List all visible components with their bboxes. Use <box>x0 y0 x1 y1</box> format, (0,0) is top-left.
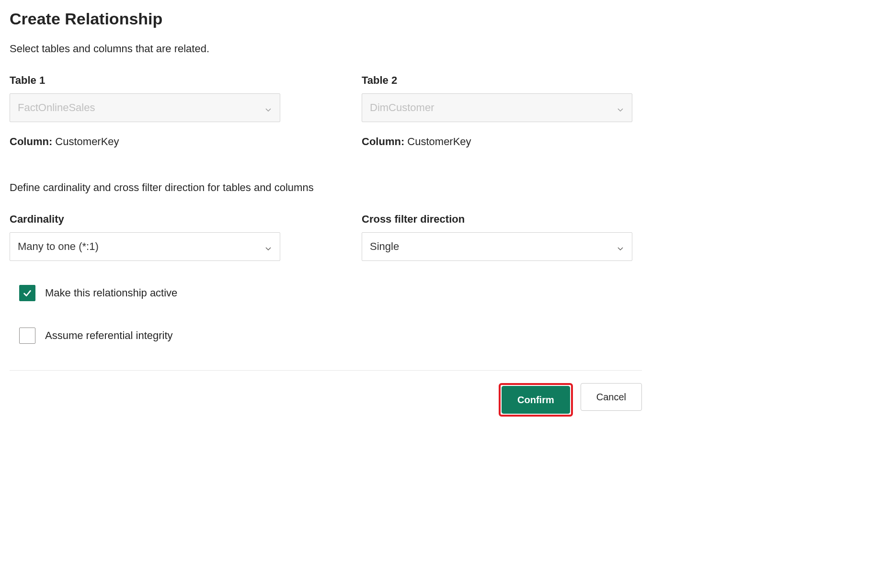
tables-row: Table 1 FactOnlineSales Column: Customer… <box>10 74 642 148</box>
dialog-title: Create Relationship <box>10 10 642 28</box>
dialog-footer: Confirm Cancel <box>10 370 642 417</box>
table1-column-value: CustomerKey <box>55 136 119 147</box>
chevron-down-icon <box>264 243 272 250</box>
crossfilter-block: Cross filter direction Single <box>362 213 632 261</box>
confirm-button[interactable]: Confirm <box>502 386 570 414</box>
crossfilter-select[interactable]: Single <box>362 232 632 261</box>
table2-column-value: CustomerKey <box>407 136 471 147</box>
crossfilter-value: Single <box>370 240 399 253</box>
table1-block: Table 1 FactOnlineSales Column: Customer… <box>10 74 280 148</box>
table2-label: Table 2 <box>362 74 632 87</box>
table2-column-label: Column: <box>362 136 404 147</box>
integrity-checkbox-label[interactable]: Assume referential integrity <box>45 329 173 342</box>
create-relationship-dialog: Create Relationship Select tables and co… <box>10 10 642 417</box>
crossfilter-label: Cross filter direction <box>362 213 632 226</box>
active-checkbox-row: Make this relationship active <box>19 285 642 301</box>
table1-column-label: Column: <box>10 136 52 147</box>
cardinality-select[interactable]: Many to one (*:1) <box>10 232 280 261</box>
cardinality-block: Cardinality Many to one (*:1) <box>10 213 280 261</box>
integrity-checkbox[interactable] <box>19 328 35 344</box>
table2-select[interactable]: DimCustomer <box>362 93 632 122</box>
cardinality-label: Cardinality <box>10 213 280 226</box>
chevron-down-icon <box>264 104 272 112</box>
table2-column-line: Column: CustomerKey <box>362 136 632 148</box>
cancel-button[interactable]: Cancel <box>581 383 642 411</box>
table1-select[interactable]: FactOnlineSales <box>10 93 280 122</box>
table1-column-line: Column: CustomerKey <box>10 136 280 148</box>
cardinality-subtitle: Define cardinality and cross filter dire… <box>10 181 642 194</box>
cardinality-row: Cardinality Many to one (*:1) Cross filt… <box>10 213 642 261</box>
active-checkbox-label[interactable]: Make this relationship active <box>45 287 177 299</box>
table2-block: Table 2 DimCustomer Column: CustomerKey <box>362 74 632 148</box>
confirm-highlight: Confirm <box>499 383 573 417</box>
integrity-checkbox-row: Assume referential integrity <box>19 328 642 344</box>
table2-value: DimCustomer <box>370 102 434 114</box>
dialog-subtitle: Select tables and columns that are relat… <box>10 43 642 55</box>
chevron-down-icon <box>617 243 624 250</box>
table1-label: Table 1 <box>10 74 280 87</box>
chevron-down-icon <box>617 104 624 112</box>
active-checkbox[interactable] <box>19 285 35 301</box>
table1-value: FactOnlineSales <box>18 102 95 114</box>
cardinality-value: Many to one (*:1) <box>18 240 99 253</box>
